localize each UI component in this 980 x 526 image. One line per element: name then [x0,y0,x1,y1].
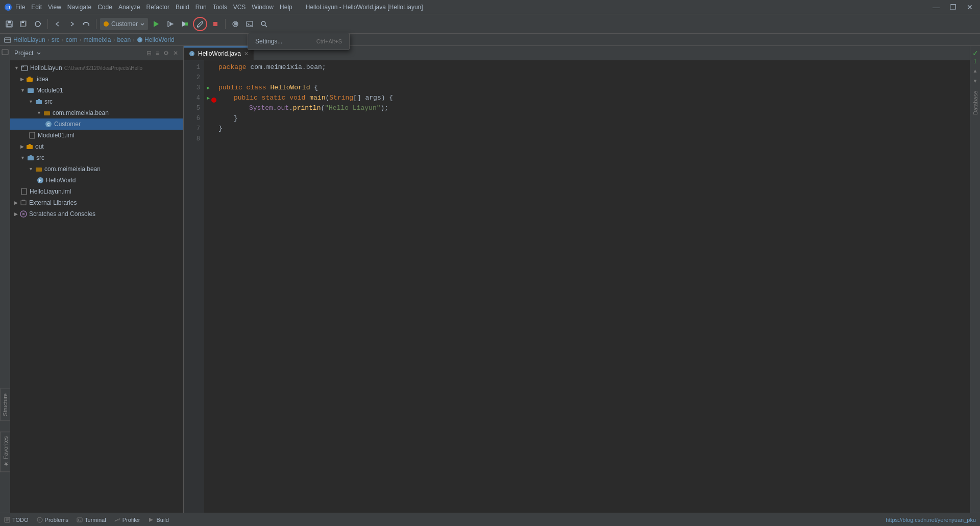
problems-button[interactable]: ! Problems [37,517,68,523]
code-line-7: } [218,124,966,134]
breadcrumb-helloworld[interactable]: HelloWorld [144,36,174,43]
project-root-icon [21,64,28,71]
svg-marker-10 [154,21,159,27]
maximize-button[interactable]: ❐ [947,2,960,12]
collapse-all-icon[interactable]: ⊟ [145,49,153,58]
stop-button[interactable] [209,18,222,30]
menu-refactor[interactable]: Refactor [146,4,169,11]
profiler-icon [114,517,120,523]
scroll-up-icon[interactable]: ▲ [971,66,979,75]
project-dropdown-icon[interactable] [36,51,41,56]
tree-item-src-module01[interactable]: ▼ src [10,96,183,107]
scroll-down-icon[interactable]: ▼ [971,77,979,85]
project-panel: Project ⊟ ≡ ⚙ ✕ ▼ HelloLiayun C:\Users\3… [10,46,184,513]
menu-analyze[interactable]: Analyze [118,4,140,11]
forward-button[interactable] [66,18,78,30]
svg-rect-17 [234,23,237,25]
tree-item-helloworld[interactable]: H HelloWorld [10,175,183,186]
expand-all-icon[interactable]: ≡ [155,49,160,58]
expand-arrow-idea: ▶ [20,77,24,82]
settings-label: Settings... [255,38,282,45]
tab-helloworld[interactable]: J HelloWorld.java ✕ [184,46,254,60]
package2-icon [35,165,42,173]
close-panel-icon[interactable]: ✕ [172,49,179,58]
back-button[interactable] [52,18,64,30]
minimize-button[interactable]: — [929,2,943,12]
breadcrumb-com[interactable]: com [66,36,78,43]
breadcrumb: HelloLiayun › src › com › meimeixia › be… [0,34,980,46]
svg-rect-22 [5,38,11,42]
menu-vcs[interactable]: VCS [233,4,246,11]
project-tool-icon[interactable] [1,48,9,56]
run-button[interactable] [150,18,162,30]
run-arrow-main[interactable]: ▶ [207,95,210,101]
menu-window[interactable]: Window [252,4,274,11]
tree-item-scratches[interactable]: ▶ Scratches and Consoles [10,208,183,220]
svg-rect-35 [28,156,34,160]
menu-tools[interactable]: Tools [213,4,227,11]
src2-folder-icon [27,154,34,161]
terminal-button[interactable]: Terminal [77,517,106,523]
tree-item-idea[interactable]: ▶ .idea [10,74,183,85]
menu-navigate[interactable]: Navigate [67,4,91,11]
gutter-line-5 [204,103,214,113]
svg-rect-19 [234,25,237,26]
run-config-dropdown[interactable]: Customer [100,18,148,30]
debug-button[interactable] [164,18,177,30]
sync-button[interactable] [32,18,44,30]
menu-edit[interactable]: Edit [31,4,42,11]
svg-marker-49 [149,518,153,522]
run-arrow-class[interactable]: ▶ [207,85,210,91]
svg-rect-29 [36,100,42,104]
profiler-button[interactable]: Profiler [114,517,140,523]
tree-item-external-libs[interactable]: ▶ External Libraries [10,197,183,208]
menu-file[interactable]: File [15,4,25,11]
tree-item-out[interactable]: ▶ out [10,141,183,152]
save-all-button[interactable] [17,18,30,30]
tree-item-customer[interactable]: C Customer [10,118,183,130]
gutter-line-2 [204,73,214,83]
toolbar-sep-3 [225,19,226,29]
breadcrumb-bean[interactable]: bean [117,36,131,43]
build-button[interactable]: Build [148,517,168,523]
close-button[interactable]: ✕ [964,2,976,12]
tree-item-src-helloliayyun[interactable]: ▼ src [10,152,183,163]
search-button[interactable] [258,18,270,30]
menu-code[interactable]: Code [97,4,112,11]
tree-item-package[interactable]: ▼ com.meimeixia.bean [10,107,183,118]
iml2-icon [20,188,28,195]
validation-count: 1 [974,59,977,64]
breadcrumb-meimeixia[interactable]: meimeixia [83,36,111,43]
highlighted-settings-button[interactable] [193,17,207,31]
tab-close-button[interactable]: ✕ [244,51,249,57]
structure-panel-button[interactable]: Structure [0,389,10,421]
toolbar: Customer Settings... Ctrl+Alt+S [0,14,980,34]
menu-run[interactable]: Run [195,4,207,11]
settings-popup-item[interactable]: Settings... Ctrl+Alt+S [248,35,349,47]
menu-help[interactable]: Help [280,4,292,11]
menu-build[interactable]: Build [176,4,189,11]
save-button[interactable] [3,18,15,30]
code-editor[interactable]: 1 2 3 4 5 6 7 8 ▶ ▶ [184,60,970,513]
tree-item-module01[interactable]: ▼ Module01 [10,85,183,96]
terminal-button[interactable] [243,18,256,30]
undo-button[interactable] [80,18,92,30]
tree-item-module01-iml[interactable]: Module01.iml [10,130,183,141]
edit-configs-button[interactable] [229,18,241,30]
breakpoint-dot[interactable] [211,98,216,103]
panel-settings-icon[interactable]: ⚙ [162,49,170,58]
svg-rect-40 [21,201,26,205]
code-content[interactable]: package com.meimeixia.bean; public class… [214,60,970,513]
tree-item-package2[interactable]: ▼ com.meimeixia.bean [10,163,183,175]
project-breadcrumb-icon [4,36,11,43]
database-panel-button[interactable]: Database [971,87,980,119]
tree-item-helloliayyun-iml[interactable]: HelloLiayun.iml [10,186,183,197]
favorites-panel-button[interactable]: ★ Favorites [0,432,10,472]
profiler-label: Profiler [122,517,140,523]
todo-button[interactable]: TODO [4,517,29,523]
breadcrumb-src[interactable]: src [52,36,60,43]
tree-item-helloliayyun[interactable]: ▼ HelloLiayun C:\Users\32120\IdeaProject… [10,62,183,74]
run-with-coverage-button[interactable] [179,18,191,30]
breadcrumb-project[interactable]: HelloLiayun [13,36,45,43]
menu-view[interactable]: View [48,4,61,11]
